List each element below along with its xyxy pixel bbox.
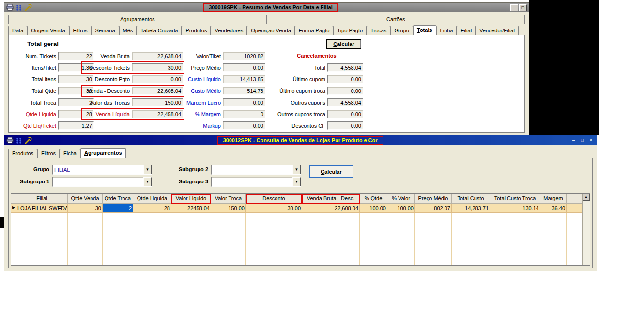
field-label: Venda Líquida: [82, 111, 130, 117]
grid-empty-cell: [11, 213, 16, 265]
database-icon[interactable]: [15, 137, 23, 144]
tab-origem-venda[interactable]: Origem Venda: [27, 26, 69, 35]
grid-cell-desconto[interactable]: 30.00: [246, 204, 302, 213]
tab-group-agrupamentos[interactable]: Agrupamentos: [8, 15, 267, 24]
grid-header-total-custo-troca: Total Custo Troca: [490, 194, 540, 204]
grid-header-row: Filial Qtde Venda Qtde Troca Qtde Liquid…: [11, 194, 582, 204]
field-custo-liquido: Custo Líquido14,413.85: [177, 75, 265, 84]
tab-tabela-cruzada[interactable]: Tabela Cruzada: [137, 26, 182, 35]
grid-data-row[interactable]: ▶ LOJA FILIAL SWEDA 30 2 28 22458.04 150…: [11, 204, 582, 213]
tab-filtros-w2[interactable]: Filtros: [37, 149, 60, 158]
grid-cell-preco-medio[interactable]: 802.07: [415, 204, 452, 213]
field-value: 1020.82: [223, 52, 265, 60]
window1-titlebar[interactable]: 300019SPK - Resumo de Vendas Por Data e …: [4, 3, 529, 12]
maximize-button[interactable]: □: [519, 4, 527, 11]
tab-semana[interactable]: Semana: [92, 26, 119, 35]
close-button[interactable]: ×: [587, 137, 595, 144]
grid-header-qtde-liquida: Qtde Liquida: [133, 194, 171, 204]
grid-cell-qtde-troca-selected[interactable]: 2: [103, 204, 133, 213]
chevron-down-icon[interactable]: ▼: [143, 177, 152, 186]
field-margem-lucro: Margem Lucro0.00: [177, 98, 265, 107]
window1-title-area: 300019SPK - Resumo de Vendas Por Data e …: [32, 3, 509, 12]
tab-data[interactable]: Data: [8, 26, 27, 35]
field-value: 14,413.85: [223, 75, 265, 83]
tab-filial[interactable]: Filial: [457, 26, 475, 35]
section-title: Total geral: [27, 40, 59, 47]
field-value: 150.00: [132, 98, 183, 106]
tab-tipo-pagto[interactable]: Tipo Pagto: [333, 26, 367, 35]
tab-produtos-w2[interactable]: Produtos: [8, 149, 37, 158]
database-icon[interactable]: [15, 4, 23, 11]
field-label: Último cupom troca: [270, 88, 325, 94]
tab-filtros[interactable]: Filtros: [69, 26, 92, 35]
tab-mes[interactable]: Mês: [119, 26, 137, 35]
field-value: 4,558.04: [327, 98, 363, 106]
minimize-button[interactable]: –: [570, 137, 577, 144]
grid-cell-pct-qtde[interactable]: 100.00: [360, 204, 387, 213]
field-label: Custo Médio: [177, 88, 221, 94]
grid-cell-total-custo[interactable]: 14,283.71: [452, 204, 490, 213]
window2-titlebar[interactable]: 300012SPK - Consulta de Vendas de Lojas …: [4, 135, 597, 145]
scrollbar-up-icon[interactable]: ▲: [583, 194, 590, 201]
field-value: 0.00: [327, 121, 363, 130]
field-label: Venda Bruta: [82, 53, 130, 59]
field-markup: Markup0.00: [177, 121, 265, 130]
grid-cell-margem[interactable]: 36.40: [540, 204, 567, 213]
grid-cell-pct-valor[interactable]: 100.00: [387, 204, 415, 213]
grid-cell-valor-troca[interactable]: 150.00: [211, 204, 246, 213]
window-consulta-vendas-lojas: 300012SPK - Consulta de Vendas de Lojas …: [4, 135, 597, 271]
grid-cell-venda-bruta-desc[interactable]: 22,608.04: [302, 204, 360, 213]
grid-header-valor-troca: Valor Troca: [211, 194, 246, 204]
window1-tab-group-bar: Agrupamentos Cartões: [8, 15, 525, 24]
field-value: 514.78: [223, 87, 265, 95]
tab-forma-pagto[interactable]: Forma Pagto: [295, 26, 334, 35]
grid-cell-qtde-venda[interactable]: 30: [68, 204, 103, 213]
tab-linha[interactable]: Linha: [436, 26, 457, 35]
grid-cell-qtde-liquida[interactable]: 28: [133, 204, 171, 213]
calcular-button-window1[interactable]: Calcular: [326, 39, 361, 49]
grid-cell-total-custo-troca[interactable]: 130.14: [490, 204, 540, 213]
grid-cell-valor-liquido[interactable]: 22458.04: [171, 204, 211, 213]
field-label: Outros cupons troca: [270, 111, 325, 117]
tab-operacao-venda[interactable]: Operação Venda: [247, 26, 295, 35]
vertical-scrollbar[interactable]: ▲: [582, 194, 590, 265]
grupo-select[interactable]: FILIAL ▼: [52, 165, 152, 175]
wrench-icon[interactable]: [25, 137, 32, 144]
calcular-button-window2[interactable]: Calcular: [309, 166, 353, 178]
chevron-down-icon[interactable]: ▼: [143, 165, 152, 174]
grid-empty-cell: [490, 213, 540, 265]
chevron-down-icon[interactable]: ▼: [292, 177, 301, 186]
field-label: % Margem: [177, 111, 221, 117]
field-outros-cupons-troca: Outros cupons troca0.00: [270, 109, 363, 119]
wrench-icon[interactable]: [25, 4, 32, 11]
subgrupo2-select[interactable]: ▼: [211, 165, 301, 175]
window2-tab-bar: Produtos Filtros Ficha Agrupamentos: [8, 148, 126, 158]
field-label: Num. Tickets: [14, 53, 56, 59]
field-value: 0.00: [327, 110, 363, 118]
tab-ficha[interactable]: Ficha: [60, 149, 80, 158]
tab-totais[interactable]: Totais: [413, 25, 436, 35]
tab-vendedores[interactable]: Vendedores: [211, 26, 247, 35]
subgrupo3-select[interactable]: ▼: [211, 177, 301, 187]
field-custo-medio: Custo Médio514.78: [177, 86, 265, 95]
tab-vendedor-filial[interactable]: Vendedor/Filial: [475, 26, 519, 35]
grid-header-filial: Filial: [16, 194, 68, 204]
subgrupo2-value: [212, 165, 292, 174]
printer-icon[interactable]: [6, 4, 14, 11]
agrupamentos-tab-page: Grupo FILIAL ▼ Subgrupo 1 ▼ Subgrupo 2 ▼…: [8, 158, 593, 268]
field-cancel-total: Total4,558.04: [270, 63, 363, 72]
chevron-down-icon[interactable]: ▼: [292, 165, 301, 174]
tab-produtos[interactable]: Produtos: [182, 26, 211, 35]
grid-cell-filial[interactable]: LOJA FILIAL SWEDA: [16, 204, 68, 213]
subgrupo1-select[interactable]: ▼: [52, 177, 152, 187]
tab-agrupamentos[interactable]: Agrupamentos: [80, 148, 126, 158]
tab-trocas[interactable]: Trocas: [367, 26, 390, 35]
tab-grupo[interactable]: Grupo: [390, 26, 413, 35]
minimize-button[interactable]: –: [510, 4, 518, 11]
printer-icon[interactable]: [6, 137, 14, 144]
grid-empty-cell: [302, 213, 360, 265]
tab-group-cartoes[interactable]: Cartões: [267, 15, 525, 24]
grid-header-total-custo: Total Custo: [452, 194, 490, 204]
desktop-black-region: [529, 0, 599, 135]
maximize-button[interactable]: □: [579, 137, 586, 144]
